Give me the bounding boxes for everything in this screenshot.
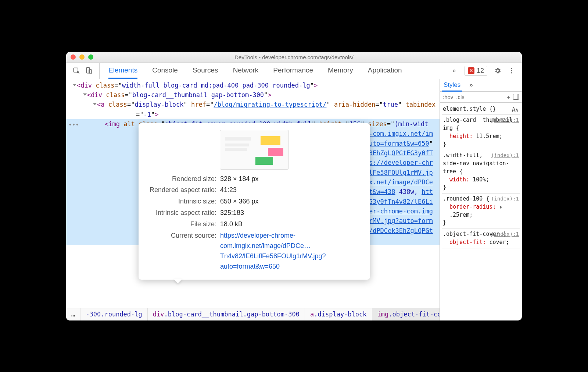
kebab-menu-icon[interactable] <box>508 67 515 74</box>
sidebar-toggle-icon[interactable] <box>513 94 519 100</box>
breadcrumb-bar: …-300.rounded-lgdiv.blog-card__thumbnail… <box>66 308 440 320</box>
tab-console[interactable]: Console <box>152 66 178 75</box>
breadcrumb-more[interactable]: … <box>66 308 80 320</box>
gutter-more-icon[interactable]: ••• <box>68 121 79 130</box>
minimize-traffic-light[interactable] <box>79 54 85 60</box>
zoom-traffic-light[interactable] <box>88 54 93 60</box>
error-count-badge[interactable]: ✕ 12 <box>465 66 487 76</box>
hc-label: Intrinsic aspect ratio: <box>147 208 220 218</box>
device-toolbar-icon[interactable] <box>85 67 93 74</box>
close-traffic-light[interactable] <box>71 54 76 60</box>
tab-network[interactable]: Network <box>233 66 259 75</box>
rendered-size-value: 328 × 184 px <box>220 174 362 184</box>
current-source-link[interactable]: https://developer-chrome-com.imgix.net/i… <box>220 232 326 270</box>
styles-toolbar: :hov .cls + <box>440 92 522 103</box>
elements-panel: ••• <div class="width-full blog-card md:… <box>66 79 440 320</box>
main-area: ••• <div class="width-full blog-card md:… <box>66 79 522 320</box>
hc-label: File size: <box>147 219 220 230</box>
tab-sources[interactable]: Sources <box>193 66 218 75</box>
tab-memory[interactable]: Memory <box>328 66 353 75</box>
svg-point-5 <box>511 72 512 73</box>
hc-label: Current source: <box>147 231 220 272</box>
devtools-tabs: ElementsConsoleSourcesNetworkPerformance… <box>100 63 451 79</box>
cls-toggle[interactable]: .cls <box>456 94 465 100</box>
breadcrumb-item[interactable]: img.object-fit-cover <box>372 308 440 320</box>
tab-elements[interactable]: Elements <box>108 66 137 75</box>
add-rule-icon[interactable]: + <box>507 94 510 100</box>
error-icon: ✕ <box>468 67 474 74</box>
hc-label: Intrinsic size: <box>147 196 220 207</box>
more-styles-tabs-icon[interactable]: » <box>469 81 473 89</box>
intrinsic-size-value: 650 × 366 px <box>220 196 362 207</box>
inspect-element-icon[interactable] <box>73 67 80 74</box>
svg-point-3 <box>511 68 512 69</box>
css-rule[interactable]: .width-full, side-nav navigation-tree {(… <box>442 150 520 194</box>
css-rule[interactable]: .blog-card__thumbnail img {(index):1heig… <box>442 115 520 150</box>
svg-point-4 <box>511 70 512 71</box>
css-rule[interactable]: element.style {AA} <box>442 104 520 115</box>
error-count: 12 <box>477 67 484 75</box>
titlebar: DevTools - developer.chrome.com/tags/dev… <box>66 52 522 63</box>
hc-label: Rendered aspect ratio: <box>147 185 220 195</box>
hc-label: Rendered size: <box>147 174 220 184</box>
rendered-ar-value: 41:23 <box>220 185 362 195</box>
styles-tabs: Styles » <box>440 79 522 92</box>
dom-line[interactable]: <a class="display-block" href="/blog/mig… <box>66 100 440 119</box>
devtools-window: DevTools - developer.chrome.com/tags/dev… <box>66 52 522 320</box>
rule-source-link[interactable]: (index):1 <box>491 195 519 202</box>
css-rule[interactable]: .object-fit-cover {(index):1object-fit: … <box>442 229 520 248</box>
hover-thumbnail <box>220 130 289 170</box>
dom-tree[interactable]: ••• <div class="width-full blog-card md:… <box>66 79 440 308</box>
styles-rules[interactable]: element.style {AA}.blog-card__thumbnail … <box>440 103 522 320</box>
font-size-icon[interactable]: AA <box>512 105 518 114</box>
intrinsic-ar-value: 325:183 <box>220 208 362 218</box>
breadcrumb-item[interactable]: -300.rounded-lg <box>80 308 148 320</box>
traffic-lights <box>71 54 93 60</box>
gear-icon[interactable] <box>494 67 501 74</box>
rule-source-link[interactable]: (index):1 <box>491 152 519 159</box>
rule-source-link[interactable]: (index):1 <box>491 230 519 238</box>
window-title: DevTools - developer.chrome.com/tags/dev… <box>66 54 522 60</box>
tab-styles[interactable]: Styles <box>444 81 460 89</box>
css-rule[interactable]: .rounded-100 {(index):1border-radius: .2… <box>442 194 520 229</box>
current-source-value[interactable]: https://developer-chrome-com.imgix.net/i… <box>220 231 362 272</box>
breadcrumb-item[interactable]: a.display-block <box>305 308 372 320</box>
rule-source-link[interactable]: (index):1 <box>491 116 519 124</box>
styles-panel: Styles » :hov .cls + element.style {AA}.… <box>440 79 522 320</box>
toolbar-right: » ✕ 12 <box>451 63 522 79</box>
tab-application[interactable]: Application <box>368 66 402 75</box>
dom-line[interactable]: <div class="width-full blog-card md:pad-… <box>66 81 440 90</box>
tab-performance[interactable]: Performance <box>273 66 313 75</box>
dom-line[interactable]: <div class="blog-card__thumbnail gap-bot… <box>66 90 440 100</box>
toolbar-left-icons <box>66 63 100 79</box>
more-tabs-icon[interactable]: » <box>451 67 458 74</box>
breadcrumb-item[interactable]: div.blog-card__thumbnail.gap-bottom-300 <box>148 308 305 320</box>
file-size-value: 18.0 kB <box>220 219 362 230</box>
toolbar: ElementsConsoleSourcesNetworkPerformance… <box>66 63 522 79</box>
hov-toggle[interactable]: :hov <box>443 94 453 100</box>
image-hover-card: Rendered size:328 × 184 px Rendered aspe… <box>139 123 370 280</box>
